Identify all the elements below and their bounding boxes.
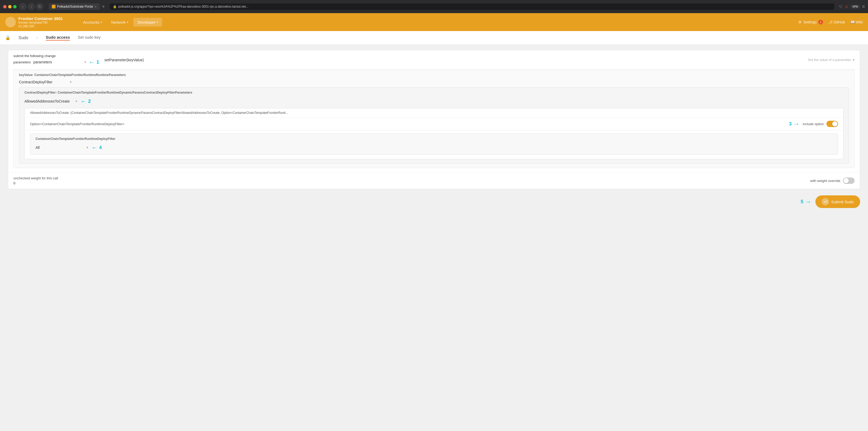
annotation-4: ← 4 [91,144,102,151]
deploy-filter-panel: ContainerChainTemplateFrontierRuntimeDep… [30,133,838,155]
chain-name: Frontier Container 3001 [19,16,63,21]
active-tab[interactable]: Polkadot/Substrate Portal ✕ [49,3,100,10]
submit-btn-label: Submit Sudo [831,199,854,204]
weight-override-label: with weight override [810,179,840,183]
deploy-filter-label: ContainerChainTemplateFrontierRuntimeDep… [30,134,838,142]
weight-label: unchecked weight for this call [13,176,58,180]
tab-bar: Polkadot/Substrate Portal ✕ + [49,3,105,10]
close-button[interactable] [3,5,7,8]
tab-set-sudo-key[interactable]: Set sudo key [78,35,101,40]
contract-deploy-select-row: AllowedAddressesToCreate ▾ ← 2 [19,95,849,108]
sub-nav: 🔒 Sudo › Sudo access Set sudo key [0,31,868,45]
deploy-filter-select-row: All ▾ ← 4 [30,142,838,154]
browser-chrome: ‹ › ↻ Polkadot/Substrate Portal ✕ + 🔒 po… [0,0,868,13]
arrow-left-4-icon: ← [91,144,98,151]
submit-label-top: submit the following change [13,54,99,58]
menu-icon[interactable]: ≡ [862,4,865,9]
include-option-label: include option [803,122,824,126]
contract-deploy-panel: ContractDeployFilter: ContainerChainTemp… [19,87,849,163]
weight-override-toggle[interactable] [843,178,855,184]
tab-close-icon[interactable]: ✕ [94,5,96,8]
nav-network[interactable]: Network ▾ [107,18,132,27]
accounts-chevron-icon: ▾ [100,21,102,24]
dropdown-value: setParameter(keyValue) [104,58,144,62]
maximize-button[interactable] [13,5,17,8]
settings-gear-icon: ⚙ [798,20,802,24]
nav-accounts[interactable]: Accounts ▾ [79,18,106,27]
forward-button[interactable]: › [28,3,35,10]
submit-panel: submit the following change parameters p… [8,50,860,189]
allowed-addresses-label: AllowedAddressesToCreate: (ContainerChai… [25,109,843,118]
browser-nav-controls: ‹ › ↻ [19,3,43,10]
network-chevron-icon: ▾ [127,21,128,24]
include-option-toggle[interactable] [827,121,838,127]
toggle-thumb [832,121,837,126]
nav-right: ⚙ Settings 1 ⎇ GitHub 📖 Wiki [798,20,863,25]
subnav-title: Sudo [19,35,28,40]
key-value-panel: keyValue: ContainerChainTemplateFrontier… [13,70,855,168]
nav-developer[interactable]: Developer ▾ [133,18,162,27]
hint-text: Set the value of a parameter. [808,58,852,62]
developer-chevron-icon: ▾ [156,21,158,24]
weight-row: unchecked weight for this call 0 with we… [8,172,860,189]
minimize-button[interactable] [8,5,11,8]
annotation-2: ← 2 [80,98,91,105]
warning-icon: ⚠ [845,4,848,9]
weight-info: unchecked weight for this call 0 [13,176,58,185]
contract-deploy-select[interactable]: AllowedAddressesToCreate [25,99,77,103]
main-content: submit the following change parameters p… [0,45,868,431]
submit-select[interactable]: parameters [33,60,86,64]
include-option-container: include option [803,121,838,127]
wiki-link[interactable]: 📖 Wiki [850,20,863,24]
toggle-track[interactable] [827,121,838,127]
chain-avatar [5,17,16,27]
key-value-label: keyValue: ContainerChainTemplateFrontier… [14,70,854,78]
nav-menu: Accounts ▾ Network ▾ Developer ▾ [79,18,798,27]
tab-favicon [52,5,56,8]
submit-icon: ⏎ [822,198,829,205]
back-button[interactable]: ‹ [19,3,27,10]
key-value-select-wrapper: ContractDeployFilter ▾ [19,80,71,84]
submit-top-row: submit the following change parameters p… [8,50,860,70]
traffic-lights [3,5,17,8]
chain-block: #2,288,395 [19,25,34,28]
shield-icon: 🛡 [839,4,843,9]
new-tab-button[interactable]: + [102,4,105,10]
lock-subnav-icon: 🔒 [5,35,10,40]
weight-value: 0 [13,181,58,185]
submit-sudo-button[interactable]: ⏎ Submit Sudo [815,195,860,208]
arrow-left-icon: ← [89,58,95,66]
browser-actions: 🛡 ⚠ VPN ≡ [839,4,865,9]
vpn-badge[interactable]: VPN [850,5,860,9]
weight-toggle-thumb [843,178,849,183]
github-icon: ⎇ [828,20,833,24]
key-value-select[interactable]: ContractDeployFilter [19,80,71,84]
tab-sudo-access[interactable]: Sudo access [46,35,70,40]
reload-button[interactable]: ↻ [36,3,43,10]
weight-toggle-track[interactable] [843,178,855,184]
contract-deploy-label: ContractDeployFilter: ContainerChainTemp… [19,88,849,95]
tab-title: Polkadot/Substrate Portal [57,5,93,8]
arrow-left-2-icon: ← [80,98,87,105]
option-label: Option<ContainerChainTemplateFrontierRun… [30,122,124,126]
submit-select-wrapper: parameters ▾ [33,60,86,64]
github-link[interactable]: ⎇ GitHub [828,20,845,24]
allowed-addresses-panel: AllowedAddressesToCreate: (ContainerChai… [25,108,843,159]
weight-override-container: with weight override [810,178,855,184]
annotation-3: 3 → [789,120,800,127]
subnav-separator: › [36,35,38,41]
url-text: polkadot.js.org/apps/?rpc=wss%3A%2F%2Ffr… [118,5,249,8]
annotation-1: ← 1 [89,58,99,66]
contract-deploy-select-wrapper: AllowedAddressesToCreate ▾ [25,99,77,103]
lock-icon: 🔒 [113,5,117,8]
wiki-icon: 📖 [850,20,855,24]
submit-area: 5 → ⏎ Submit Sudo [8,190,860,211]
chain-info: Frontier Container 3001 frontier-templat… [19,16,71,28]
deploy-filter-select-wrapper: All ▾ [35,146,88,150]
arrow-right-3-icon: → [793,120,800,127]
settings-badge: 1 [818,20,823,25]
deploy-filter-select[interactable]: All [35,146,88,150]
settings-button[interactable]: ⚙ Settings 1 [798,20,823,25]
key-value-select-row: ContractDeployFilter ▾ [14,78,854,87]
address-bar[interactable]: 🔒 polkadot.js.org/apps/?rpc=wss%3A%2F%2F… [110,3,834,10]
